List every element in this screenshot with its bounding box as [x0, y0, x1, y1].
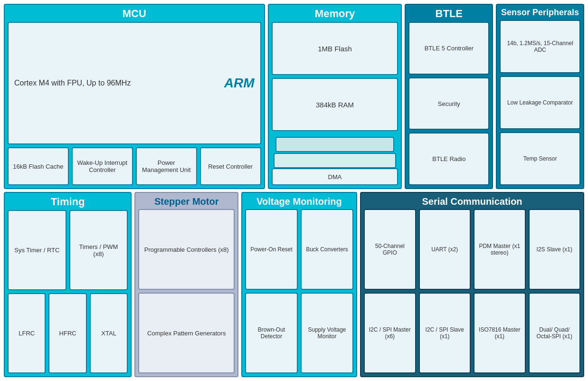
timing-chip-lfrc: LFRC — [8, 293, 46, 373]
timing-grid-top: Sys Timer / RTC Timers / PWM (x8) — [8, 210, 128, 290]
serial-title: Serial Communication — [364, 196, 580, 207]
dma-back2 — [275, 137, 395, 152]
mcu-chip-pmu: Power Management Unit — [136, 147, 197, 185]
dma-back1 — [274, 153, 397, 168]
mcu-chip-reset: Reset Controller — [200, 147, 261, 185]
top-row: MCU Cortex M4 with FPU, Up to 96MHz ARM … — [4, 4, 584, 189]
memory-ram-box: 384kB RAM — [272, 78, 398, 131]
timing-chip-systimer: Sys Timer / RTC — [8, 210, 66, 290]
voltage-chip-por: Power-On Reset — [245, 209, 298, 290]
dma-label: DMA — [328, 173, 342, 181]
dma-front: DMA — [272, 168, 398, 185]
timing-chip-pwm: Timers / PWM (x8) — [69, 210, 128, 290]
voltage-chip-svm: Supply Voltage Monitor — [301, 293, 353, 373]
serial-grid-bottom: I2C / SPI Master (x6) I2C / SPI Slave (x… — [364, 293, 580, 373]
btle-title: BTLE — [408, 8, 489, 20]
btle-chip-security: Security — [408, 77, 489, 130]
serial-chip-iso7816: ISO7816 Master (x1) — [474, 293, 526, 373]
mcu-chip-wakeup: Wake-Up Interrupt Controller — [72, 147, 133, 185]
serial-chip-i2c-spi-slave: I2C / SPI Slave (x1) — [419, 293, 471, 373]
mcu-chip-flash-cache: 16kB Flash Cache — [8, 147, 69, 185]
mcu-title: MCU — [8, 8, 261, 20]
serial-chip-octal-spi: Dual/ Quad/ Octal-SPI (x1) — [529, 293, 581, 373]
memory-title: Memory — [272, 8, 398, 20]
serial-chip-i2s: I2S Slave (x1) — [529, 209, 581, 290]
arm-logo: ARM — [224, 76, 255, 91]
voltage-section: Voltage Monitoring Power-On Reset Buck C… — [241, 192, 357, 377]
mcu-section: MCU Cortex M4 with FPU, Up to 96MHz ARM … — [4, 4, 265, 189]
voltage-chip-bod: Brown-Out Detector — [245, 293, 298, 373]
bottom-row: Timing Sys Timer / RTC Timers / PWM (x8)… — [4, 192, 584, 377]
mcu-bottom-row: 16kB Flash Cache Wake-Up Interrupt Contr… — [8, 147, 261, 185]
sensor-section: Sensor Peripherals 14b, 1.2MS/s, 15-Chan… — [496, 4, 584, 189]
serial-chip-pdm: PDM Master (x1 stereo) — [474, 209, 526, 290]
main-container: MCU Cortex M4 with FPU, Up to 96MHz ARM … — [0, 0, 588, 381]
timing-chip-xtal: XTAL — [90, 293, 128, 373]
serial-section: Serial Communication 50-Channel GPIO UAR… — [360, 192, 584, 377]
stepper-title: Stepper Motor — [138, 196, 235, 207]
sensor-chip-comparator: Low Leakage Comparator — [500, 76, 580, 129]
sensor-chip-temp: Temp Sensor — [500, 132, 580, 185]
memory-dma-area: DMA — [272, 134, 398, 185]
timing-title: Timing — [8, 196, 128, 208]
stepper-chip-programmable: Programmable Controllers (x8) — [138, 209, 235, 290]
stepper-chip-complex: Complex Pattern Generators — [138, 293, 235, 373]
timing-grid-bottom: LFRC HFRC XTAL — [8, 293, 128, 373]
serial-chip-i2c-spi-master: I2C / SPI Master (x6) — [364, 293, 416, 373]
voltage-title: Voltage Monitoring — [245, 196, 353, 207]
serial-chip-gpio: 50-Channel GPIO — [364, 209, 416, 290]
btle-chip-controller: BTLE 5 Controller — [408, 22, 489, 75]
btle-chip-radio: BTLE Radio — [408, 133, 489, 185]
voltage-grid-bottom: Brown-Out Detector Supply Voltage Monito… — [245, 293, 353, 373]
memory-flash-box: 1MB Flash — [272, 22, 398, 75]
timing-section: Timing Sys Timer / RTC Timers / PWM (x8)… — [4, 192, 132, 377]
sensor-title: Sensor Peripherals — [500, 8, 580, 18]
serial-chip-uart: UART (x2) — [419, 209, 471, 290]
sensor-chip-adc: 14b, 1.2MS/s, 15-Channel ADC — [500, 20, 580, 73]
voltage-grid-top: Power-On Reset Buck Converters — [245, 209, 353, 290]
stepper-section: Stepper Motor Programmable Controllers (… — [134, 192, 238, 377]
voltage-chip-buck: Buck Converters — [301, 209, 353, 290]
serial-grid-top: 50-Channel GPIO UART (x2) PDM Master (x1… — [364, 209, 580, 290]
mcu-cortex-box: Cortex M4 with FPU, Up to 96MHz ARM — [8, 22, 261, 144]
memory-section: Memory 1MB Flash 384kB RAM DMA — [268, 4, 402, 189]
btle-section: BTLE BTLE 5 Controller Security BTLE Rad… — [405, 4, 493, 189]
timing-chip-hfrc: HFRC — [48, 293, 86, 373]
mcu-cortex-text: Cortex M4 with FPU, Up to 96MHz — [14, 79, 131, 87]
